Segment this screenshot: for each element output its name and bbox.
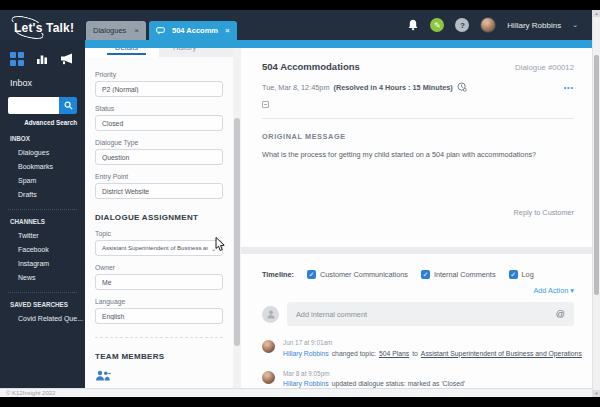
status-select[interactable]: Closed [95, 115, 223, 131]
entry-point-select[interactable]: District Website [95, 183, 223, 199]
team-members-icon[interactable] [95, 370, 111, 381]
bar-chart-icon[interactable] [36, 53, 48, 65]
section-title-inbox: INBOX [10, 135, 75, 142]
mouse-cursor [215, 237, 227, 252]
letterbox-top [0, 0, 600, 10]
filter-internal-comments[interactable]: ✓ Internal Comments [421, 270, 496, 279]
checkbox-checked-icon[interactable]: ✓ [421, 270, 430, 279]
field-label-dialogue-type: Dialogue Type [95, 139, 223, 146]
dialogue-type-select[interactable]: Question [95, 149, 223, 165]
entry-topic-link[interactable]: Assistant Superintendent of Business and… [421, 350, 582, 357]
close-icon[interactable]: × [134, 26, 139, 35]
entry-user-link[interactable]: Hillary Robbins [283, 380, 329, 387]
more-options-icon[interactable]: ••• [564, 84, 574, 91]
search-bar [8, 97, 77, 114]
checkbox-checked-icon[interactable]: ✓ [509, 270, 518, 279]
copyright-text: © K12Insight 2022 [6, 390, 55, 396]
filter-customer-communications[interactable]: ✓ Customer Communications [307, 270, 408, 279]
sidebar-item-spam[interactable]: Spam [8, 173, 77, 187]
add-action-link[interactable]: Add Action ▾ [262, 286, 574, 295]
original-message-text: What is the process for getting my child… [262, 150, 574, 159]
section-title-channels: CHANNELS [10, 218, 75, 225]
dialogue-title: 504 Accommodations [262, 61, 360, 72]
close-icon[interactable]: × [225, 26, 230, 35]
reply-to-customer-button[interactable]: Reply to Customer [514, 208, 574, 217]
team-members-title: TEAM MEMBERS [95, 352, 223, 361]
entry-avatar [262, 371, 275, 384]
details-panel: Details History Priority P2 (Normal) Sta… [85, 48, 233, 388]
clock-icon [457, 82, 467, 92]
field-label-topic: Topic [95, 230, 223, 237]
tab-504-accommodations[interactable]: 504 Accomm × [149, 21, 237, 40]
timeline-entry: Mar 8 at 9:05pm Hillary Robbinsupdated d… [262, 370, 574, 388]
entry-timestamp: Jun 17 at 9:01am [283, 339, 585, 346]
letterbox-bottom [0, 397, 600, 407]
field-label-entry-point: Entry Point [95, 173, 223, 180]
apps-grid-icon[interactable] [10, 52, 24, 66]
search-button[interactable] [59, 97, 77, 114]
language-select[interactable]: English [95, 308, 223, 324]
advanced-search-link[interactable]: Advanced Search [8, 119, 77, 126]
sidebar: Inbox Advanced Search INBOX Dialogues Bo… [0, 40, 85, 388]
tab-label: Dialogues [93, 26, 126, 35]
collapse-toggle-icon[interactable] [262, 101, 269, 108]
mention-icon[interactable]: @ [556, 309, 565, 319]
details-panel-tabs: Details History [85, 48, 233, 57]
original-message-label: ORIGINAL MESSAGE [262, 132, 574, 141]
workspace-tabs: Dialogues × 504 Accomm × [86, 21, 237, 40]
sidebar-item-dialogues[interactable]: Dialogues [8, 145, 77, 159]
user-avatar[interactable] [480, 17, 496, 33]
entry-user-link[interactable]: Hillary Robbins [283, 350, 329, 357]
divider [95, 337, 223, 338]
megaphone-icon[interactable] [60, 53, 73, 65]
resolved-time: (Resolved in 4 Hours : 15 Minutes) [333, 83, 452, 92]
field-label-priority: Priority [95, 71, 223, 78]
sidebar-item-covid-related[interactable]: Covid Related Que... [8, 311, 77, 325]
compose-button[interactable]: ✎ [430, 18, 444, 32]
scroll-up-arrow[interactable]: ▲ [593, 10, 600, 17]
details-scrollbar[interactable] [233, 48, 241, 388]
search-input[interactable] [8, 97, 59, 114]
user-name[interactable]: Hillary Robbins [507, 21, 561, 30]
sidebar-item-twitter[interactable]: Twitter [8, 228, 77, 242]
chevron-down-icon[interactable]: ⌄ [572, 21, 578, 29]
dialogue-assignment-title: DIALOGUE ASSIGNMENT [95, 213, 223, 222]
sidebar-item-drafts[interactable]: Drafts [8, 187, 77, 201]
dialogue-card: 504 Accommodations Dialogue #00012 Tue, … [241, 48, 592, 247]
internal-comment-input[interactable]: Add internal comment @ [287, 302, 574, 326]
section-title-saved-searches: SAVED SEARCHES [10, 301, 75, 308]
footer: © K12Insight 2022 [0, 388, 592, 397]
dialogue-number: Dialogue #00012 [515, 63, 574, 72]
help-button[interactable]: ? [455, 18, 469, 32]
scrollbar-thumb[interactable] [594, 55, 599, 295]
tab-dialogues[interactable]: Dialogues × [86, 21, 146, 40]
comment-placeholder: Add internal comment [296, 310, 367, 319]
priority-select[interactable]: P2 (Normal) [95, 81, 223, 97]
filter-log[interactable]: ✓ Log [509, 270, 534, 279]
checkbox-checked-icon[interactable]: ✓ [307, 270, 316, 279]
tab-history[interactable]: History [173, 48, 196, 52]
owner-select[interactable]: Me [95, 274, 223, 290]
bell-icon[interactable] [407, 19, 419, 31]
sidebar-item-facebook[interactable]: Facebook [8, 242, 77, 256]
timeline-card: Timeline: ✓ Customer Communications ✓ In… [241, 254, 592, 388]
main-scrollbar[interactable]: ▲ ▼ [592, 10, 600, 397]
app-header: Let's Talk! Dialogues × 504 Accomm × ✎ [0, 10, 592, 40]
topic-select[interactable]: Assistant Superintendent of Business and… [95, 240, 223, 256]
app-logo[interactable]: Let's Talk! [14, 21, 74, 35]
scroll-down-arrow[interactable]: ▼ [593, 390, 600, 397]
scrollbar-thumb[interactable] [234, 118, 240, 346]
entry-action: updated dialogue status: marked as 'Clos… [332, 380, 465, 387]
entry-action: changed topic: [332, 350, 376, 357]
tab-details[interactable]: Details [107, 48, 146, 55]
field-label-owner: Owner [95, 264, 223, 271]
entry-topic-link[interactable]: 504 Plans [379, 350, 409, 357]
entry-connector: to [412, 350, 418, 357]
dialogue-date: Tue, Mar 8, 12:45pm [262, 83, 329, 92]
sidebar-item-bookmarks[interactable]: Bookmarks [8, 159, 77, 173]
sidebar-item-instagram[interactable]: Instagram [8, 256, 77, 270]
sidebar-item-news[interactable]: News [8, 270, 77, 284]
entry-avatar [262, 340, 275, 353]
divider [262, 118, 574, 119]
entry-timestamp: Mar 8 at 9:05pm [283, 370, 468, 377]
